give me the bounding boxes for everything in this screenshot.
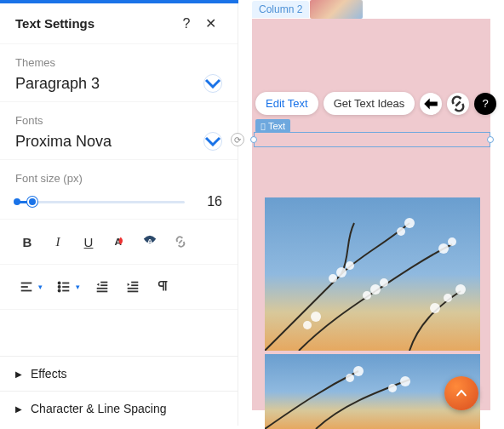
fontsize-value[interactable]: 16 <box>193 194 222 209</box>
themes-value: Paragraph 3 <box>15 75 100 93</box>
panel-header: Text Settings ? ✕ <box>0 3 238 44</box>
themes-label: Themes <box>15 56 222 69</box>
resize-handle-right[interactable] <box>487 136 494 143</box>
svg-point-34 <box>346 374 354 382</box>
svg-point-28 <box>448 237 456 246</box>
svg-point-26 <box>397 227 405 236</box>
effects-row[interactable]: ▶ Effects <box>0 356 238 391</box>
themes-select[interactable]: Paragraph 3 <box>15 74 222 93</box>
fontsize-slider-row: 16 <box>15 193 222 210</box>
panel-title: Text Settings <box>15 16 175 31</box>
svg-text:A: A <box>146 237 152 246</box>
italic-button[interactable]: I <box>43 230 73 254</box>
canvas-image[interactable] <box>265 197 480 351</box>
link-button[interactable] <box>165 230 196 254</box>
text-color-button[interactable]: A <box>104 230 135 254</box>
fontsize-section: Font size (px) 16 <box>0 160 238 220</box>
effects-label: Effects <box>31 367 67 380</box>
outdent-button[interactable] <box>87 275 117 299</box>
text-selection-box[interactable]: ⟳ <box>254 132 490 147</box>
svg-point-30 <box>303 321 312 329</box>
caret-right-icon: ▶ <box>15 404 22 414</box>
text-direction-button[interactable] <box>148 275 179 299</box>
svg-point-9 <box>59 289 60 291</box>
element-type-tag[interactable]: Text <box>255 119 290 133</box>
column-label[interactable]: Column 2 <box>252 1 309 18</box>
fonts-section: Fonts Proxima Nova <box>0 102 238 160</box>
resize-handle-left[interactable] <box>250 136 257 143</box>
svg-point-21 <box>329 274 337 283</box>
slider-thumb[interactable] <box>27 197 37 207</box>
element-toolbar: Edit Text Get Text Ideas ? <box>255 92 496 115</box>
list-button[interactable]: ▾ <box>49 275 87 299</box>
scroll-top-button[interactable] <box>444 376 478 410</box>
svg-point-7 <box>59 286 60 288</box>
fonts-value: Proxima Nova <box>15 133 112 151</box>
spacing-row[interactable]: ▶ Character & Line Spacing <box>0 391 238 426</box>
svg-point-25 <box>404 218 415 228</box>
svg-point-22 <box>370 284 381 295</box>
fonts-label: Fonts <box>15 114 222 127</box>
rotate-handle[interactable]: ⟳ <box>231 133 244 146</box>
svg-point-20 <box>346 261 354 270</box>
help-icon[interactable]: ? <box>474 93 496 115</box>
fonts-select[interactable]: Proxima Nova <box>15 132 222 151</box>
svg-point-27 <box>438 243 449 254</box>
help-icon[interactable]: ? <box>175 16 198 31</box>
indent-button[interactable] <box>117 275 148 299</box>
spacing-label: Character & Line Spacing <box>31 402 167 415</box>
svg-point-37 <box>400 376 410 386</box>
svg-point-32 <box>444 294 452 302</box>
highlight-button[interactable]: A <box>135 230 165 254</box>
close-icon[interactable]: ✕ <box>198 15 222 31</box>
caret-right-icon: ▶ <box>15 369 22 379</box>
animation-icon[interactable] <box>420 93 442 115</box>
chevron-down-icon[interactable] <box>203 132 222 151</box>
edit-text-button[interactable]: Edit Text <box>255 92 318 115</box>
svg-point-29 <box>311 312 321 322</box>
svg-point-5 <box>59 282 60 283</box>
svg-point-19 <box>336 267 346 277</box>
fontsize-label: Font size (px) <box>15 172 222 185</box>
text-settings-panel: Text Settings ? ✕ Themes Paragraph 3 Fon… <box>0 0 238 426</box>
fontsize-slider[interactable] <box>15 193 185 210</box>
svg-point-24 <box>363 291 371 300</box>
themes-section: Themes Paragraph 3 <box>0 44 238 102</box>
underline-button[interactable]: U <box>73 230 104 254</box>
get-text-ideas-button[interactable]: Get Text Ideas <box>324 92 415 115</box>
bold-button[interactable]: B <box>12 230 43 254</box>
align-button[interactable]: ▾ <box>12 275 49 299</box>
text-style-toolbar: B I U A A <box>0 220 238 265</box>
thumbnail-image[interactable] <box>310 0 363 19</box>
svg-point-36 <box>388 384 397 392</box>
svg-point-33 <box>455 284 466 295</box>
svg-point-23 <box>380 278 388 287</box>
svg-point-31 <box>430 303 440 313</box>
chevron-down-icon[interactable] <box>203 74 222 93</box>
svg-point-35 <box>353 366 364 376</box>
paragraph-toolbar: ▾ ▾ <box>0 265 238 310</box>
link-icon[interactable] <box>447 93 469 115</box>
